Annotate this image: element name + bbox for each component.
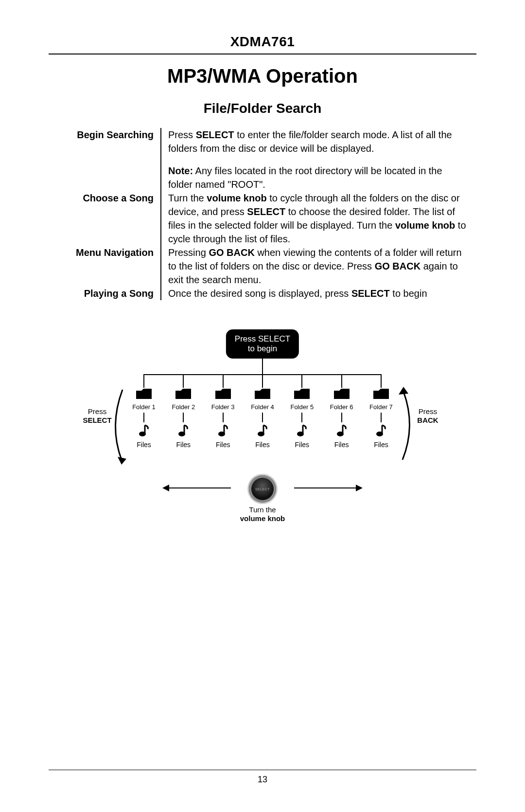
diagram-turn-label: Turn the volume knob <box>240 505 285 523</box>
curve-arrow-left-icon <box>107 387 126 465</box>
section-label: Playing a Song <box>58 287 160 300</box>
section-row: Choose a SongTurn the volume knob to cyc… <box>58 191 467 246</box>
section-label: Begin Searching <box>58 128 160 191</box>
section-paragraph: Pressing GO BACK when viewing the conten… <box>168 246 467 287</box>
diagram-files-label: Files <box>247 441 278 449</box>
diagram-begin-line2: to begin <box>248 344 278 353</box>
diagram-folder-label: Folder 6 <box>327 403 357 411</box>
music-note-icon <box>257 424 268 440</box>
arrowhead-right-icon <box>356 485 363 491</box>
text-run: SELECT <box>247 206 285 217</box>
folder-icon <box>373 388 389 401</box>
footer-rule <box>49 770 476 771</box>
text-run: Pressing <box>168 247 209 258</box>
sections-table: Begin SearchingPress SELECT to enter the… <box>58 128 467 300</box>
folder-icon <box>136 388 152 401</box>
knob-inner-text: SELECT <box>255 487 270 491</box>
text-run: GO BACK <box>209 247 254 258</box>
diagram-files-label: Files <box>208 441 238 449</box>
music-note-icon <box>375 424 387 440</box>
text-run: SELECT <box>351 288 390 299</box>
text-run: Turn the <box>168 193 207 203</box>
diagram-connector <box>183 413 184 422</box>
diagram-folder-label: Folder 5 <box>287 403 317 411</box>
section-row: Begin SearchingPress SELECT to enter the… <box>58 128 467 191</box>
diagram-folder-label: Folder 2 <box>168 403 198 411</box>
arrowhead-left-icon <box>162 485 169 491</box>
text-run: GO BACK <box>375 261 420 271</box>
diagram-folder-column: Folder 7Files <box>366 388 396 449</box>
folder-icon <box>294 388 310 401</box>
text-run: Once the desired song is displayed, pres… <box>168 288 351 299</box>
section-paragraph: Once the desired song is displayed, pres… <box>168 287 467 300</box>
diagram-folder-column: Folder 6Files <box>327 388 357 449</box>
diagram-folders-row: Folder 1FilesFolder 2FilesFolder 3FilesF… <box>129 388 396 449</box>
curve-arrow-right-icon <box>399 387 418 465</box>
diagram-connector <box>262 359 263 374</box>
arrow-left-icon <box>168 487 231 488</box>
diagram-connector <box>301 374 302 388</box>
diagram-files-label: Files <box>168 441 198 449</box>
text-run: SELECT <box>196 129 234 140</box>
section-body: Once the desired song is displayed, pres… <box>160 287 467 300</box>
diagram-left-line1: Press <box>88 407 106 415</box>
diagram-connector <box>341 413 342 422</box>
diagram-right-line2: BACK <box>417 416 438 424</box>
diagram-folder-column: Folder 2Files <box>168 388 198 449</box>
diagram-connector <box>262 374 263 388</box>
diagram-begin-line1: Press SELECT <box>235 334 290 343</box>
folder-icon <box>333 388 350 401</box>
svg-point-5 <box>337 432 344 436</box>
text-run: Press <box>168 129 196 140</box>
main-title: MP3/WMA Operation <box>49 65 476 87</box>
svg-marker-7 <box>118 457 126 465</box>
diagram-left-line2: SELECT <box>83 416 111 424</box>
volume-knob-icon: SELECT <box>249 475 276 503</box>
diagram-turn-line2: volume knob <box>240 514 285 523</box>
diagram-connector <box>301 413 302 422</box>
diagram-left-label: Press SELECT <box>78 407 117 425</box>
diagram-files-label: Files <box>366 441 396 449</box>
section-body: Pressing GO BACK when viewing the conten… <box>160 246 467 287</box>
folder-icon <box>215 388 231 401</box>
page-number: 13 <box>0 775 525 785</box>
text-run: volume knob <box>395 220 455 231</box>
section-paragraph: Note: Any files located in the root dire… <box>168 164 467 191</box>
diagram-connector <box>381 374 382 388</box>
text-run: Note: <box>168 165 193 176</box>
diagram-files-label: Files <box>327 441 357 449</box>
svg-marker-8 <box>399 387 408 395</box>
music-note-icon <box>217 424 229 440</box>
music-note-icon <box>296 424 308 440</box>
section-label: Choose a Song <box>58 191 160 246</box>
music-note-icon <box>177 424 189 440</box>
folder-icon <box>254 388 271 401</box>
section-row: Playing a SongOnce the desired song is d… <box>58 287 467 300</box>
diagram-connector <box>381 413 382 422</box>
section-label: Menu Navigation <box>58 246 160 287</box>
text-run: Any files located in the root directory … <box>168 165 442 190</box>
diagram-turn-line1: Turn the <box>249 505 276 514</box>
music-note-icon <box>336 424 348 440</box>
diagram-connector <box>143 374 144 388</box>
music-note-icon <box>138 424 150 440</box>
diagram-connector <box>223 374 224 388</box>
diagram-folder-column: Folder 4Files <box>247 388 278 449</box>
diagram-folder-label: Folder 4 <box>247 403 278 411</box>
diagram-folder-label: Folder 1 <box>129 403 159 411</box>
diagram-begin-bubble: Press SELECT to begin <box>226 329 299 359</box>
diagram-right-line1: Press <box>419 407 437 415</box>
diagram-folder-column: Folder 3Files <box>208 388 238 449</box>
sub-title: File/Folder Search <box>49 101 476 116</box>
svg-point-6 <box>376 432 383 436</box>
svg-point-0 <box>139 432 146 436</box>
diagram-folder-label: Folder 3 <box>208 403 238 411</box>
diagram-files-label: Files <box>129 441 159 449</box>
section-body: Press SELECT to enter the file/folder se… <box>160 128 467 191</box>
diagram-connector <box>341 374 342 388</box>
arrow-right-icon <box>294 487 357 488</box>
text-run: volume knob <box>207 193 266 203</box>
diagram-folder-label: Folder 7 <box>366 403 396 411</box>
diagram-connector <box>143 413 144 422</box>
diagram-right-label: Press BACK <box>408 407 447 425</box>
